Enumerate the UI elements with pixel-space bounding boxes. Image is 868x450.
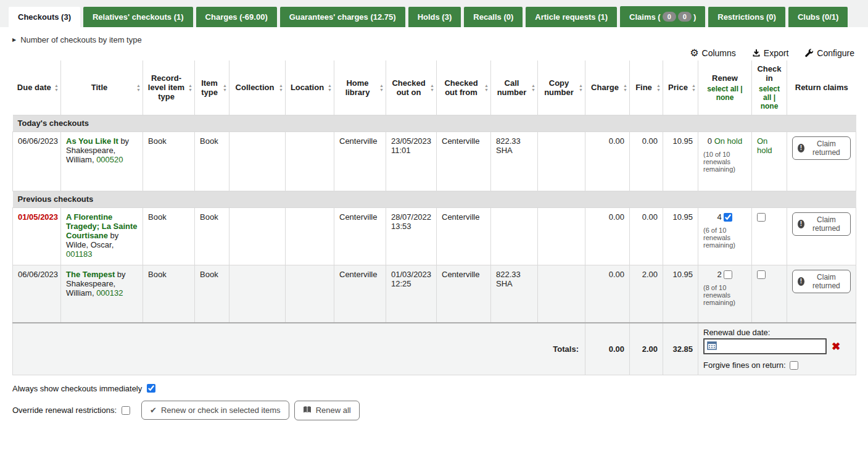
col-due-date[interactable]: Due date▲▼ bbox=[13, 60, 61, 115]
table-toolbar: ⚙ Columns Export Configure bbox=[12, 48, 854, 58]
col-checked-out-on[interactable]: Checked out on▲▼ bbox=[386, 60, 437, 115]
record-item-type-cell: Book bbox=[143, 131, 195, 191]
tab-article-requests[interactable]: Article requests (1) bbox=[526, 7, 617, 27]
override-renewal-label: Override renewal restrictions: bbox=[12, 406, 117, 415]
sort-icon[interactable]: ▲▼ bbox=[188, 83, 192, 92]
renew-cell: 2 (8 of 10 renewals remaining) bbox=[698, 265, 752, 323]
forgive-fines-checkbox[interactable] bbox=[790, 361, 798, 370]
location-cell bbox=[286, 131, 334, 191]
renew-select-all-none[interactable]: select all | none bbox=[701, 85, 749, 102]
biblionumber-link[interactable]: 001183 bbox=[66, 249, 92, 259]
return-claims-cell: ! Claim returned bbox=[787, 207, 856, 265]
copy-number-cell bbox=[538, 131, 585, 191]
col-collection[interactable]: Collection▲▼ bbox=[229, 60, 286, 115]
group-todays-checkouts: Today's checkouts bbox=[13, 115, 856, 131]
checkin-checkbox[interactable] bbox=[757, 270, 766, 279]
checkin-cell bbox=[752, 265, 787, 323]
totals-price: 32.85 bbox=[663, 323, 698, 375]
sort-icon[interactable]: ▲▼ bbox=[579, 83, 583, 92]
tab-clubs[interactable]: Clubs (0/1) bbox=[788, 7, 848, 27]
gear-icon: ⚙ bbox=[690, 49, 698, 57]
tab-charges[interactable]: Charges (-69.00) bbox=[196, 7, 277, 27]
sort-icon[interactable]: ▲▼ bbox=[531, 83, 535, 92]
price-cell: 10.95 bbox=[663, 131, 698, 191]
configure-button[interactable]: Configure bbox=[804, 48, 854, 58]
tab-holds[interactable]: Holds (3) bbox=[408, 7, 461, 27]
sort-icon[interactable]: ▲▼ bbox=[328, 83, 332, 92]
export-button[interactable]: Export bbox=[752, 48, 788, 58]
always-show-label: Always show checkouts immediately bbox=[12, 384, 142, 393]
forgive-fines-label: Forgive fines on return: bbox=[703, 360, 786, 370]
checkin-checkbox[interactable] bbox=[757, 213, 766, 222]
title-link[interactable]: The Tempest bbox=[66, 270, 115, 279]
totals-label: Totals: bbox=[13, 323, 585, 375]
home-library-cell: Centerville bbox=[334, 265, 386, 323]
renew-checkbox[interactable] bbox=[724, 213, 732, 222]
fine-cell: 2.00 bbox=[630, 265, 663, 323]
title-link[interactable]: A Florentine Tragedy; La Sainte Courtisa… bbox=[66, 212, 138, 240]
sort-icon[interactable]: ▲▼ bbox=[136, 83, 141, 92]
renew-on-hold-link[interactable]: On hold bbox=[714, 136, 743, 146]
due-date-cell: 06/06/2023 bbox=[13, 265, 61, 323]
col-price[interactable]: Price▲▼ bbox=[663, 60, 698, 115]
sort-icon[interactable]: ▲▼ bbox=[484, 83, 489, 92]
biblionumber-link[interactable]: 000520 bbox=[96, 155, 123, 164]
always-show-checkbox[interactable] bbox=[147, 384, 155, 393]
checkouts-table: Due date▲▼ Title▲▼ Record-level item typ… bbox=[12, 60, 856, 375]
claim-returned-button[interactable]: ! Claim returned bbox=[792, 212, 851, 236]
renew-checkin-selected-button[interactable]: ✔ Renew or check in selected items bbox=[141, 401, 289, 420]
caret-right-icon: ▶ bbox=[12, 37, 16, 43]
claim-returned-button[interactable]: ! Claim returned bbox=[792, 270, 851, 293]
sort-icon[interactable]: ▲▼ bbox=[692, 83, 696, 92]
sort-icon[interactable]: ▲▼ bbox=[279, 83, 283, 92]
clear-date-icon[interactable]: ✖ bbox=[832, 341, 840, 352]
tab-recalls[interactable]: Recalls (0) bbox=[464, 7, 523, 27]
tab-restrictions[interactable]: Restrictions (0) bbox=[708, 7, 785, 27]
col-checked-out-from[interactable]: Checked out from▲▼ bbox=[437, 60, 491, 115]
sort-icon[interactable]: ▲▼ bbox=[656, 83, 661, 92]
renewal-due-date-input[interactable] bbox=[703, 338, 827, 354]
price-cell: 10.95 bbox=[663, 265, 698, 323]
checkouts-by-itemtype-toggle[interactable]: ▶ Number of checkouts by item type bbox=[12, 35, 856, 44]
sort-icon[interactable]: ▲▼ bbox=[430, 83, 434, 92]
sort-icon[interactable]: ▲▼ bbox=[623, 83, 627, 92]
col-fine[interactable]: Fine▲▼ bbox=[630, 60, 663, 115]
col-charge[interactable]: Charge▲▼ bbox=[585, 60, 630, 115]
col-home-library[interactable]: Home library▲▼ bbox=[334, 60, 386, 115]
claim-returned-button[interactable]: ! Claim returned bbox=[792, 136, 851, 160]
col-location[interactable]: Location▲▼ bbox=[286, 60, 334, 115]
exclamation-icon: ! bbox=[798, 144, 804, 152]
wrench-icon bbox=[804, 49, 814, 58]
title-link[interactable]: As You Like It bbox=[66, 136, 118, 146]
tab-claims[interactable]: Claims ( 0 0 ) bbox=[620, 6, 705, 27]
col-item-type[interactable]: Item type▲▼ bbox=[195, 60, 229, 115]
location-cell bbox=[286, 265, 334, 323]
col-copy-number[interactable]: Copy number▲▼ bbox=[538, 60, 585, 115]
tab-guarantees-charges[interactable]: Guarantees' charges (12.75) bbox=[280, 7, 405, 27]
checkin-on-hold-link[interactable]: On hold bbox=[757, 136, 772, 155]
col-record-item-type[interactable]: Record-level item type▲▼ bbox=[143, 60, 195, 115]
override-renewal-checkbox[interactable] bbox=[122, 406, 130, 415]
sort-icon[interactable]: ▲▼ bbox=[54, 83, 59, 92]
download-icon bbox=[752, 49, 761, 57]
calendar-icon[interactable] bbox=[707, 341, 717, 352]
col-call-number[interactable]: Call number▲▼ bbox=[491, 60, 538, 115]
renew-checkbox[interactable] bbox=[724, 270, 732, 279]
renewals-remaining-note: (6 of 10 renewals remaining) bbox=[703, 227, 746, 249]
exclamation-icon: ! bbox=[798, 277, 804, 286]
sort-icon[interactable]: ▲▼ bbox=[379, 83, 384, 92]
tab-checkouts[interactable]: Checkouts (3) bbox=[9, 7, 80, 27]
col-title[interactable]: Title▲▼ bbox=[61, 60, 143, 115]
return-claims-cell: ! Claim returned bbox=[787, 265, 856, 323]
return-claims-cell: ! Claim returned bbox=[787, 131, 856, 191]
col-check-in: Check inselect all | none bbox=[752, 60, 787, 115]
checkin-select-all-none[interactable]: select all | none bbox=[754, 85, 784, 110]
tab-relatives-checkouts[interactable]: Relatives' checkouts (1) bbox=[83, 7, 193, 27]
biblionumber-link[interactable]: 000132 bbox=[96, 288, 123, 298]
sort-icon[interactable]: ▲▼ bbox=[223, 83, 227, 92]
renew-all-button[interactable]: Renew all bbox=[294, 401, 360, 420]
item-type-cell: Book bbox=[195, 131, 229, 191]
columns-button[interactable]: ⚙ Columns bbox=[690, 48, 736, 58]
title-cell: As You Like It by Shakespeare, William, … bbox=[61, 131, 143, 191]
collection-cell bbox=[229, 131, 286, 191]
